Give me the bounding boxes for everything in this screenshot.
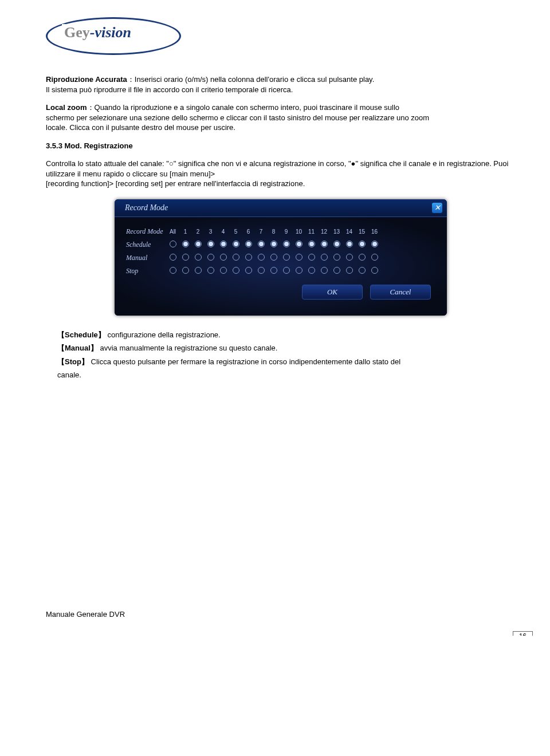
page-footer: Manuale Generale DVR 16 bbox=[46, 610, 516, 619]
dialog-actions: OK Cancel bbox=[123, 278, 439, 308]
radio-stop-7[interactable] bbox=[258, 267, 265, 274]
radio-manual-2[interactable] bbox=[195, 254, 202, 261]
text-localzoom3: locale. Clicca con il pulsante destro de… bbox=[46, 123, 235, 132]
section-heading: 3.5.3 Mod. Registrazione bbox=[46, 141, 516, 151]
radio-manual-5[interactable] bbox=[233, 254, 239, 261]
col-7: 7 bbox=[255, 225, 268, 238]
radio-schedule-9[interactable] bbox=[283, 241, 290, 247]
def-manual-text: avvia manualmente la registrazione su qu… bbox=[100, 344, 277, 352]
radio-manual-1[interactable] bbox=[182, 254, 189, 261]
dialog-titlebar: Record Mode ✕ bbox=[115, 199, 447, 217]
col-6: 6 bbox=[242, 225, 255, 238]
radio-all-manual[interactable] bbox=[170, 254, 176, 261]
label-localzoom: Local zoom bbox=[46, 103, 87, 112]
radio-schedule-5[interactable] bbox=[233, 241, 239, 247]
radio-all-stop[interactable] bbox=[170, 267, 176, 274]
radio-manual-4[interactable] bbox=[220, 254, 227, 261]
radio-stop-1[interactable] bbox=[182, 267, 189, 274]
dialog-title-text: Record Mode bbox=[119, 203, 168, 212]
radio-schedule-11[interactable] bbox=[308, 241, 315, 247]
radio-stop-4[interactable] bbox=[220, 267, 227, 274]
cancel-button[interactable]: Cancel bbox=[370, 285, 431, 300]
ok-button[interactable]: OK bbox=[302, 285, 363, 300]
radio-stop-12[interactable] bbox=[321, 267, 328, 274]
col-13: 13 bbox=[331, 225, 343, 238]
text-riproduzione2: Il sistema può riprodurre il file in acc… bbox=[46, 85, 293, 94]
radio-stop-5[interactable] bbox=[233, 267, 239, 274]
radio-stop-15[interactable] bbox=[359, 267, 366, 274]
dialog-body: Record ModeAll12345678910111213141516 Sc… bbox=[115, 217, 447, 316]
radio-schedule-14[interactable] bbox=[346, 241, 353, 247]
def-stop-text2: canale. bbox=[57, 371, 81, 379]
close-icon[interactable]: ✕ bbox=[432, 203, 442, 213]
row-label-stop: Stop bbox=[123, 265, 167, 278]
radio-manual-15[interactable] bbox=[359, 254, 366, 261]
radio-manual-3[interactable] bbox=[207, 254, 214, 261]
radio-schedule-12[interactable] bbox=[321, 241, 328, 247]
logo-text-grey: Gey bbox=[64, 24, 90, 41]
radio-schedule-1[interactable] bbox=[182, 241, 189, 247]
radio-manual-11[interactable] bbox=[308, 254, 315, 261]
radio-manual-10[interactable] bbox=[296, 254, 302, 261]
radio-schedule-8[interactable] bbox=[270, 241, 277, 247]
def-stop-bracket: 【Stop】 bbox=[57, 357, 89, 366]
radio-stop-9[interactable] bbox=[283, 267, 290, 274]
table-header-row: Record ModeAll12345678910111213141516 bbox=[123, 225, 381, 238]
radio-stop-16[interactable] bbox=[371, 267, 378, 274]
col-15: 15 bbox=[356, 225, 368, 238]
radio-stop-6[interactable] bbox=[245, 267, 252, 274]
table-row: Schedule bbox=[123, 238, 381, 251]
radio-manual-12[interactable] bbox=[321, 254, 328, 261]
radio-stop-14[interactable] bbox=[346, 267, 353, 274]
radio-schedule-6[interactable] bbox=[245, 241, 252, 247]
radio-stop-3[interactable] bbox=[207, 267, 214, 274]
radio-manual-16[interactable] bbox=[371, 254, 378, 261]
document-page: Gey-vision Riproduzione Accurata：Inseris… bbox=[0, 0, 550, 636]
col-12: 12 bbox=[318, 225, 331, 238]
def-stop-text: Clicca questo pulsante per fermare la re… bbox=[91, 357, 401, 366]
radio-schedule-16[interactable] bbox=[371, 241, 378, 247]
col-10: 10 bbox=[293, 225, 305, 238]
def-schedule: 【Schedule】 configurazione della registra… bbox=[57, 329, 504, 341]
radio-manual-13[interactable] bbox=[333, 254, 340, 261]
radio-manual-14[interactable] bbox=[346, 254, 353, 261]
section-text2: [recording function]> [recording set] pe… bbox=[46, 179, 305, 188]
radio-stop-10[interactable] bbox=[296, 267, 302, 274]
radio-stop-11[interactable] bbox=[308, 267, 315, 274]
col-14: 14 bbox=[343, 225, 356, 238]
logo-text: Gey-vision bbox=[62, 24, 133, 41]
text-riproduzione: ：Inserisci orario (o/m/s) nella colonna … bbox=[127, 75, 374, 84]
radio-schedule-3[interactable] bbox=[207, 241, 214, 247]
radio-schedule-15[interactable] bbox=[359, 241, 366, 247]
def-stop: 【Stop】 Clicca questo pulsante per fermar… bbox=[57, 356, 504, 368]
def-schedule-bracket: 【Schedule】 bbox=[57, 330, 105, 339]
col-3: 3 bbox=[205, 225, 217, 238]
radio-schedule-2[interactable] bbox=[195, 241, 202, 247]
def-stop-cont: canale. bbox=[57, 369, 504, 381]
page-number: 16 bbox=[513, 631, 533, 636]
radio-manual-6[interactable] bbox=[245, 254, 252, 261]
section-text1: Controlla lo stato attuale del canale: "… bbox=[46, 159, 508, 178]
col-5: 5 bbox=[230, 225, 242, 238]
logo-text-blue: vision bbox=[95, 24, 131, 41]
def-schedule-text: configurazione della registrazione. bbox=[107, 330, 220, 339]
radio-schedule-10[interactable] bbox=[296, 241, 302, 247]
footer-text: Manuale Generale DVR bbox=[46, 610, 516, 619]
radio-stop-2[interactable] bbox=[195, 267, 202, 274]
radio-schedule-7[interactable] bbox=[258, 241, 265, 247]
radio-stop-13[interactable] bbox=[333, 267, 340, 274]
radio-manual-8[interactable] bbox=[270, 254, 277, 261]
radio-manual-9[interactable] bbox=[283, 254, 290, 261]
col-4: 4 bbox=[217, 225, 230, 238]
radio-manual-7[interactable] bbox=[258, 254, 265, 261]
radio-schedule-4[interactable] bbox=[220, 241, 227, 247]
radio-stop-8[interactable] bbox=[270, 267, 277, 274]
logo-area: Gey-vision bbox=[46, 17, 516, 57]
col-1: 1 bbox=[179, 225, 192, 238]
record-mode-dialog: Record Mode ✕ Record ModeAll123456789101… bbox=[115, 199, 447, 316]
radio-all-schedule[interactable] bbox=[170, 241, 176, 247]
def-manual: 【Manual】 avvia manualmente la registrazi… bbox=[57, 342, 504, 354]
row-label-schedule: Schedule bbox=[123, 238, 167, 251]
brand-logo: Gey-vision bbox=[46, 17, 183, 57]
radio-schedule-13[interactable] bbox=[333, 241, 340, 247]
